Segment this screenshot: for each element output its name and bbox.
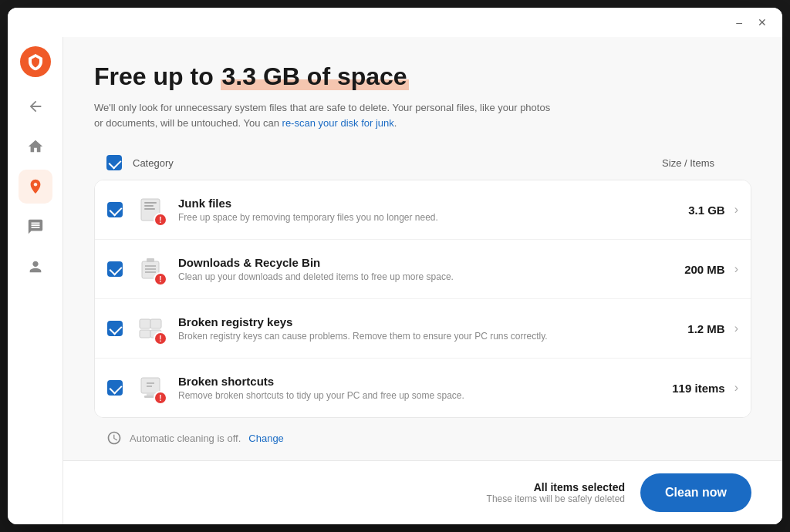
list-item-shortcuts[interactable]: Broken shortcuts Remove broken shortcuts… bbox=[95, 359, 751, 417]
svg-rect-9 bbox=[140, 319, 150, 328]
column-header-size: Size / Items bbox=[662, 157, 714, 169]
select-all-checkbox[interactable] bbox=[106, 155, 122, 170]
items-list: Junk files Free up space by removing tem… bbox=[94, 180, 751, 418]
svg-rect-3 bbox=[144, 208, 155, 210]
content-area: Free up to 3.3 GB of space We'll only lo… bbox=[63, 37, 782, 524]
footer-selected-label: All items selected bbox=[487, 481, 625, 493]
icon-wrap-junk bbox=[133, 193, 167, 227]
shortcuts-badge bbox=[154, 391, 167, 405]
auto-clean-change-link[interactable]: Change bbox=[248, 433, 284, 444]
title-bar: – ✕ bbox=[8, 8, 782, 37]
junk-text: Junk files Free up space by removing tem… bbox=[178, 197, 688, 223]
junk-chevron: › bbox=[734, 203, 738, 217]
junk-size: 3.1 GB bbox=[688, 204, 725, 217]
list-item-downloads[interactable]: Downloads & Recycle Bin Clean up your do… bbox=[95, 240, 751, 299]
list-item-junk[interactable]: Junk files Free up space by removing tem… bbox=[95, 180, 751, 240]
svg-rect-10 bbox=[150, 319, 161, 328]
checkbox-shortcuts[interactable] bbox=[107, 380, 123, 396]
sidebar-item-back[interactable] bbox=[19, 89, 52, 123]
sidebar-item-account[interactable] bbox=[19, 250, 52, 284]
shortcuts-text: Broken shortcuts Remove broken shortcuts… bbox=[178, 375, 672, 401]
svg-rect-2 bbox=[144, 205, 154, 207]
clock-icon bbox=[106, 430, 122, 446]
page-subtitle: We'll only look for unnecessary system f… bbox=[94, 100, 557, 130]
shortcuts-chevron: › bbox=[734, 381, 738, 395]
minimize-button[interactable]: – bbox=[733, 14, 745, 31]
registry-desc: Broken registry keys can cause problems.… bbox=[178, 331, 687, 342]
downloads-chevron: › bbox=[734, 262, 738, 276]
junk-badge bbox=[154, 213, 167, 227]
table-header: Category Size / Items bbox=[94, 149, 751, 177]
downloads-desc: Clean up your downloads and deleted item… bbox=[178, 271, 684, 282]
footer-sub-label: These items will be safely deleted bbox=[487, 493, 625, 504]
shortcuts-size: 119 items bbox=[672, 382, 724, 395]
shortcuts-desc: Remove broken shortcuts to tidy up your … bbox=[178, 390, 672, 401]
list-item-registry[interactable]: Broken registry keys Broken registry key… bbox=[95, 299, 751, 359]
sidebar-item-cleaner[interactable] bbox=[19, 170, 52, 204]
downloads-text: Downloads & Recycle Bin Clean up your do… bbox=[178, 256, 684, 282]
page-title: Free up to 3.3 GB of space bbox=[94, 62, 751, 91]
junk-title: Junk files bbox=[178, 197, 688, 210]
junk-desc: Free up space by removing temporary file… bbox=[178, 212, 688, 223]
registry-size: 1.2 MB bbox=[687, 322, 724, 335]
svg-rect-11 bbox=[140, 330, 150, 338]
downloads-size: 200 MB bbox=[684, 263, 725, 276]
rescan-link[interactable]: re-scan your disk for junk bbox=[282, 117, 394, 129]
app-logo bbox=[20, 46, 51, 77]
account-icon bbox=[27, 258, 44, 275]
shortcuts-title: Broken shortcuts bbox=[178, 375, 672, 388]
app-window: – ✕ bbox=[8, 8, 782, 524]
downloads-badge bbox=[154, 272, 167, 286]
sidebar bbox=[8, 37, 63, 524]
close-button[interactable]: ✕ bbox=[755, 14, 770, 31]
clean-now-button[interactable]: Clean now bbox=[640, 473, 751, 512]
home-icon bbox=[27, 138, 44, 155]
registry-text: Broken registry keys Broken registry key… bbox=[178, 315, 687, 342]
sidebar-item-chat[interactable] bbox=[19, 210, 52, 244]
cleaner-icon bbox=[27, 178, 44, 195]
column-header-category: Category bbox=[133, 157, 662, 169]
registry-title: Broken registry keys bbox=[178, 315, 687, 328]
chat-icon bbox=[27, 218, 44, 235]
auto-clean-row: Automatic cleaning is off. Change bbox=[94, 418, 751, 458]
icon-wrap-downloads bbox=[133, 252, 167, 286]
checkbox-registry[interactable] bbox=[107, 321, 123, 336]
footer-text: All items selected These items will be s… bbox=[487, 481, 625, 504]
content-inner: Free up to 3.3 GB of space We'll only lo… bbox=[63, 37, 782, 460]
icon-wrap-shortcuts bbox=[133, 371, 167, 405]
icon-wrap-registry bbox=[133, 311, 167, 345]
checkbox-downloads[interactable] bbox=[107, 261, 123, 277]
back-icon bbox=[27, 98, 44, 115]
registry-chevron: › bbox=[734, 322, 738, 335]
checkbox-junk[interactable] bbox=[107, 202, 123, 217]
svg-rect-8 bbox=[147, 258, 154, 262]
auto-clean-text: Automatic cleaning is off. bbox=[130, 433, 241, 444]
svg-rect-1 bbox=[144, 202, 157, 204]
title-highlight: 3.3 GB of space bbox=[221, 62, 409, 90]
main-layout: Free up to 3.3 GB of space We'll only lo… bbox=[8, 37, 782, 524]
avast-logo-icon bbox=[26, 52, 45, 71]
title-prefix: Free up to bbox=[94, 62, 221, 90]
sidebar-item-home[interactable] bbox=[19, 130, 52, 163]
footer: All items selected These items will be s… bbox=[63, 460, 782, 524]
registry-badge bbox=[154, 332, 167, 345]
downloads-title: Downloads & Recycle Bin bbox=[178, 256, 684, 269]
